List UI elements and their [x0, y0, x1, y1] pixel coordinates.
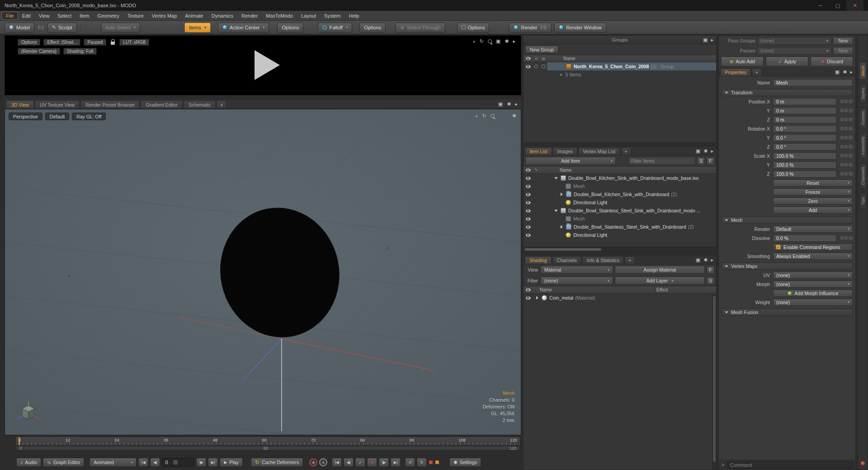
menu-maxtomodo[interactable]: MaxToModo — [262, 12, 297, 20]
maximize-icon[interactable]: ▣ — [835, 69, 840, 75]
preview-options-button[interactable]: Options — [18, 39, 40, 46]
viewport-gear-icon[interactable]: ✱ — [512, 113, 516, 119]
visibility-eye-icon[interactable] — [526, 296, 531, 300]
envelope-icon[interactable] — [844, 100, 848, 103]
filter-items-input[interactable] — [628, 157, 695, 165]
weight-dropdown[interactable]: (none) ▾ — [773, 299, 853, 306]
flyout-icon[interactable]: ▸ — [711, 37, 713, 43]
shading-s-button[interactable]: S — [707, 277, 714, 285]
envelope-icon[interactable] — [844, 136, 848, 139]
keyframe-icon[interactable] — [840, 109, 844, 112]
flyout-icon[interactable]: ▸ — [850, 69, 853, 75]
tab-shading[interactable]: Shading — [525, 256, 552, 264]
item-row-mesh[interactable]: Mesh — [524, 182, 716, 190]
animation-mode-dropdown[interactable]: Animated ▾ — [90, 458, 137, 467]
tab-3d-view[interactable]: 3D View — [6, 100, 34, 108]
item-row-light[interactable]: Directional Light — [524, 198, 716, 207]
previous-key-step-button[interactable]: ◀| — [344, 458, 354, 467]
animation-options-icon[interactable]: A — [319, 458, 327, 466]
rotation-x-field[interactable]: 0.0 ° — [773, 125, 836, 132]
passes-dropdown[interactable]: (none) ▾ — [757, 47, 831, 55]
rotate-icon[interactable]: ↻ — [480, 38, 484, 44]
gear-icon[interactable]: ✱ — [505, 38, 509, 44]
visibility-eye-icon[interactable] — [526, 193, 531, 196]
freeze-button[interactable]: Freeze ▾ — [773, 188, 853, 196]
auto-select-dropdown[interactable]: Auto Select ▾ — [101, 23, 140, 33]
keyframe-icon[interactable] — [840, 127, 844, 130]
vertical-scrollbar[interactable] — [712, 295, 716, 470]
menu-help[interactable]: Help — [345, 12, 363, 20]
preview-lut-button[interactable]: LUT: sRGB — [119, 39, 149, 46]
add-tab-button[interactable]: + — [621, 147, 631, 155]
uv-dropdown[interactable]: (none) ▾ — [773, 272, 853, 279]
render-window-button[interactable]: Render Window — [554, 23, 606, 33]
position-z-field[interactable]: 0 m — [773, 116, 836, 123]
red-marker-icon[interactable] — [429, 460, 433, 465]
position-y-field[interactable]: 0 m — [773, 107, 836, 114]
gear-icon[interactable]: ✱ — [507, 101, 511, 107]
filter-mode-button[interactable]: F — [707, 157, 714, 165]
mesh-section-header[interactable]: Mesh — [722, 216, 853, 224]
gear-icon[interactable]: ✱ — [703, 148, 708, 154]
horizontal-scrollbar[interactable] — [524, 247, 716, 251]
shading-style-button[interactable]: Default — [45, 113, 69, 120]
add-layer-dropdown[interactable]: Add Layer ▾ — [615, 277, 705, 285]
keyframe-icon[interactable] — [840, 136, 844, 139]
item-row-folder[interactable]: Double_Bowl_Stainless_Steel_Sink_with_Dr… — [524, 223, 716, 231]
pass-groups-new-button[interactable]: New — [833, 37, 853, 45]
command-input[interactable] — [727, 461, 854, 469]
side-tab-mesh[interactable]: Mesh — [859, 62, 867, 80]
falloff-dropdown[interactable]: Falloff ▾ — [318, 23, 352, 33]
play-overlay-icon[interactable] — [255, 50, 280, 80]
menu-texture[interactable]: Texture — [123, 12, 148, 20]
item-name-field[interactable]: Mesh — [773, 79, 853, 86]
action-center-dropdown[interactable]: Action Center ▾ — [218, 23, 269, 33]
gear-icon[interactable]: ✱ — [843, 69, 847, 75]
tab-info-statistics[interactable]: Info & Statistics — [582, 256, 624, 264]
pan-icon[interactable]: + — [475, 113, 478, 119]
morph-dropdown[interactable]: (none) ▾ — [773, 281, 853, 288]
keyframe-icon[interactable] — [840, 172, 844, 175]
vertex-maps-section-header[interactable]: Vertex Maps — [722, 263, 853, 270]
minimize-button[interactable]: ─ — [812, 0, 829, 11]
envelope-icon[interactable] — [844, 236, 848, 240]
menu-layout[interactable]: Layout — [297, 12, 320, 20]
record-indicator-icon[interactable] — [860, 461, 865, 466]
name-column-header[interactable]: Name — [547, 56, 576, 61]
menu-render[interactable]: Render — [237, 12, 262, 20]
channel-state-icon[interactable] — [849, 99, 853, 103]
flyout-icon[interactable]: ▸ — [711, 148, 713, 154]
channel-state-icon[interactable] — [849, 145, 853, 149]
keyframe-icon[interactable] — [840, 118, 844, 121]
menu-file[interactable]: File — [2, 12, 18, 20]
channel-state-icon[interactable] — [849, 108, 853, 113]
new-group-button[interactable]: New Group — [525, 46, 558, 53]
visibility-eye-icon[interactable] — [526, 209, 531, 212]
expand-plus-icon[interactable]: + — [560, 72, 562, 77]
render-button[interactable]: Render F9 — [509, 23, 552, 33]
side-tab-assembly[interactable]: Assembly — [859, 133, 867, 159]
channel-state-icon[interactable] — [849, 118, 853, 122]
assign-material-button[interactable]: Assign Material — [615, 266, 705, 274]
go-to-start-button[interactable]: |◀ — [138, 458, 148, 467]
magnify-icon[interactable] — [491, 114, 495, 118]
flyout-icon[interactable]: ▸ — [711, 257, 713, 263]
envelope-icon[interactable] — [844, 163, 848, 166]
menu-animate[interactable]: Animate — [181, 12, 207, 20]
flyout-icon[interactable]: ▸ — [513, 38, 515, 44]
item-row-light[interactable]: Directional Light — [524, 231, 716, 239]
menu-select[interactable]: Select — [53, 12, 75, 20]
menu-view[interactable]: View — [35, 12, 54, 20]
channel-state-icon[interactable] — [849, 236, 853, 240]
graph-editor-button[interactable]: ∿ Graph Editor — [43, 458, 84, 467]
visibility-eye-icon[interactable] — [526, 201, 531, 204]
keyframe-icon[interactable] — [840, 145, 844, 148]
tab-channels[interactable]: Channels — [552, 256, 581, 264]
material-row[interactable]: Coin_metal (Material) — [524, 294, 716, 302]
select-options-button[interactable]: Options — [457, 23, 490, 33]
position-x-field[interactable]: 0 m — [773, 98, 836, 105]
gear-icon[interactable]: ✱ — [703, 257, 708, 263]
tab-properties[interactable]: Properties — [720, 68, 751, 76]
channel-state-icon[interactable] — [849, 172, 853, 176]
add-key-button[interactable]: ✓ — [355, 458, 365, 467]
